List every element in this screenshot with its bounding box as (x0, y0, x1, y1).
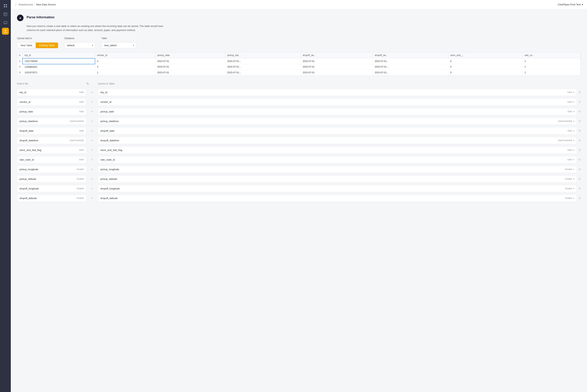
cell-dropoff-dt-1: 2015-07-01... (373, 58, 448, 64)
mapping-arrow-3: → (86, 120, 98, 123)
topnav-left: ‹ DataSources / New Data Source (15, 2, 56, 7)
col-header-dropoff_da2: dropoff_da... (373, 52, 448, 58)
col-type-1: Int64 (567, 101, 572, 103)
col-header-num: # (17, 52, 23, 58)
column-inner-6: store_and_fwd_flag (100, 149, 567, 152)
col-type-chevron-5[interactable]: ▾ (573, 140, 574, 142)
remove-mapping-btn-5[interactable]: ⊗ (578, 139, 581, 142)
account-menu[interactable]: ClickPipes Prod Test ▾ (558, 3, 583, 6)
cell-rate-1: 1 (522, 58, 580, 64)
field-type-4: Date (79, 130, 84, 132)
field-box-3: pickup_datetime DateTime64(9) (17, 118, 86, 125)
table-select-wrapper: new_table2 (101, 42, 136, 48)
remove-mapping-btn-8[interactable]: ⊗ (578, 168, 581, 171)
column-box-0: trip_id Int64 ▾ (98, 89, 577, 96)
remove-mapping-btn-11[interactable]: ⊗ (578, 196, 581, 200)
database-label: Database (64, 37, 95, 40)
col-type-2: Date (568, 110, 572, 113)
col-actions-3: DateTime64(9) ▾ (558, 120, 574, 122)
sidebar (0, 0, 11, 392)
col-type-chevron-8[interactable]: ▾ (573, 168, 574, 170)
column-box-5: dropoff_datetime DateTime64(9) ▾ (98, 137, 577, 144)
column-inner-1: vendor_id (100, 100, 567, 104)
main-area: ‹ DataSources / New Data Source ClickPip… (11, 0, 587, 392)
remove-mapping-btn-7[interactable]: ⊗ (578, 158, 581, 161)
table-row: 1 1201746944 2 2015-07-01 2015-07-01... … (17, 58, 581, 64)
mapping-arrow-2: → (86, 110, 98, 113)
mapping-rows: trip_id Int64 → trip_id Int64 ▾ ⊗ vendor… (17, 88, 581, 203)
field-type-7: Int64 (79, 158, 84, 161)
col-type-chevron-9[interactable]: ▾ (573, 178, 574, 180)
existing-table-btn[interactable]: Existing Table (36, 42, 58, 48)
sidebar-icon-message[interactable] (2, 19, 9, 26)
mapping-arrow-4: → (86, 129, 98, 132)
col-type-chevron-1[interactable]: ▾ (573, 101, 574, 103)
remove-mapping-btn-2[interactable]: ⊗ (578, 110, 581, 113)
sidebar-icon-grid[interactable] (2, 2, 9, 9)
mapping-row: rate_code_id Int64 → rate_code_id Int64 … (17, 155, 581, 164)
column-box-11: dropoff_latitude Float64 ▾ (98, 195, 577, 202)
database-select[interactable]: default (64, 42, 95, 48)
mapping-header-column: Column in Table (98, 82, 581, 85)
col-actions-10: Float64 ▾ (565, 187, 574, 190)
cell-vendor-2: 2 (95, 64, 155, 70)
field-type-8: Float64 (77, 168, 84, 170)
field-type-10: Float64 (77, 187, 84, 190)
column-box-4: dropoff_date Date ▾ (98, 127, 577, 134)
table-row: 3 1201973571 1 2015-07-01 2015-07-01... … (17, 70, 581, 75)
col-type-chevron-6[interactable]: ▾ (573, 149, 574, 151)
preview-header-row: # trip_id vendor_id pickup_date pickup_d… (17, 52, 581, 58)
remove-mapping-btn-10[interactable]: ⊗ (578, 187, 581, 190)
mapping-row: pickup_latitude Float64 → pickup_latitud… (17, 174, 581, 184)
table-select[interactable]: new_table2 (101, 42, 136, 48)
back-button[interactable]: ‹ (15, 2, 17, 7)
col-name-4: dropoff_date (100, 130, 114, 132)
mapping-arrow-8: → (86, 168, 98, 171)
svg-rect-1 (6, 4, 7, 6)
remove-mapping-btn-9[interactable]: ⊗ (578, 177, 581, 180)
mapping-row: dropoff_datetime DateTime64(9) → dropoff… (17, 136, 581, 145)
col-actions-7: Int64 ▾ (567, 158, 574, 161)
step-title: Parse Information (27, 16, 55, 19)
col-type-chevron-4[interactable]: ▾ (573, 130, 574, 132)
col-type-chevron-11[interactable]: ▾ (573, 197, 574, 199)
col-actions-5: DateTime64(9) ▾ (558, 139, 574, 142)
col-type-chevron-3[interactable]: ▾ (573, 120, 574, 122)
col-name-0: trip_id (100, 91, 107, 94)
cell-dropoff-d-1: 2015-07-01 (301, 58, 373, 64)
field-name-5: dropoff_datetime (20, 139, 38, 142)
remove-mapping-btn-6[interactable]: ⊗ (578, 148, 581, 152)
cell-trip-id-3: 1201973571 (23, 70, 95, 75)
field-type-1: Int64 (79, 101, 84, 103)
remove-mapping-btn-3[interactable]: ⊗ (578, 120, 581, 123)
col-type-chevron-2[interactable]: ▾ (573, 110, 574, 113)
content-area: 4 Parse Information Now you need to crea… (11, 9, 587, 392)
field-box-5: dropoff_datetime DateTime64(9) (17, 137, 86, 144)
field-name-4: dropoff_date (20, 130, 34, 132)
remove-mapping-btn-0[interactable]: ⊗ (578, 91, 581, 94)
mapping-arrow-10: → (86, 187, 98, 190)
mapping-arrow-7: → (86, 158, 98, 161)
breadcrumb-parent[interactable]: DataSources (19, 3, 33, 6)
cell-store-3: 0 (448, 70, 523, 75)
field-box-8: pickup_longitude Float64 (17, 166, 86, 173)
remove-mapping-btn-4[interactable]: ⊗ (578, 129, 581, 132)
field-name-10: dropoff_longitude (20, 187, 39, 190)
mapping-row: pickup_longitude Float64 → pickup_longit… (17, 164, 581, 174)
remove-mapping-btn-1[interactable]: ⊗ (578, 100, 581, 104)
cell-vendor-1: 2 (95, 58, 155, 64)
account-name: ClickPipes Prod Test (558, 3, 581, 6)
col-type-chevron-7[interactable]: ▾ (573, 159, 574, 161)
config-row: Upload data to New Table Existing Table … (17, 37, 581, 48)
sidebar-icon-table[interactable] (2, 11, 9, 18)
cell-pickup-date-2: 2015-07-01 (155, 64, 225, 70)
col-type-chevron-0[interactable]: ▾ (573, 91, 574, 94)
col-type-chevron-10[interactable]: ▾ (573, 188, 574, 190)
mapping-arrow-11: → (86, 196, 98, 200)
row-num-1: 1 (17, 58, 23, 64)
sidebar-icon-upload[interactable] (2, 28, 9, 35)
column-box-7: rate_code_id Int64 ▾ (98, 156, 577, 163)
col-name-10: dropoff_longitude (100, 187, 120, 190)
new-table-btn[interactable]: New Table (17, 42, 36, 48)
field-type-0: Int64 (79, 91, 84, 94)
